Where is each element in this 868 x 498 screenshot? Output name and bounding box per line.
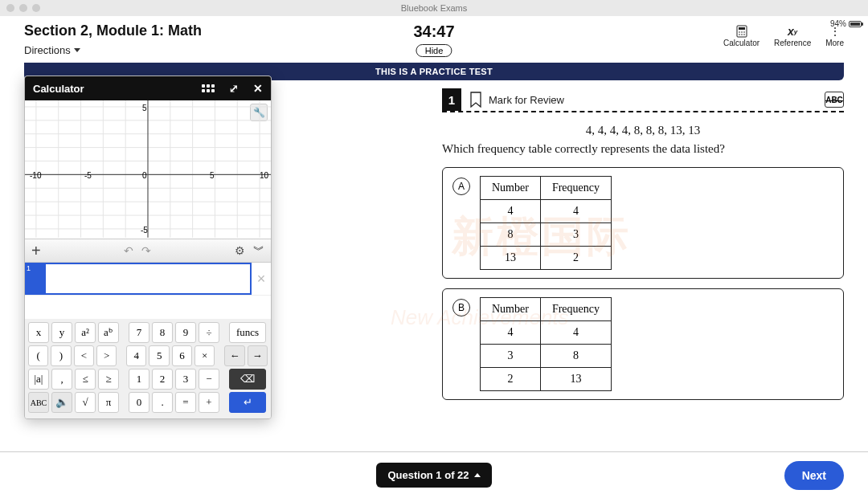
key-abs[interactable]: |a| — [28, 369, 49, 390]
close-icon[interactable]: ✕ — [253, 82, 263, 95]
key-right[interactable]: → — [248, 345, 268, 366]
calculator-graph[interactable]: 🔧 -10 -5 0 5 10 5 -5 — [25, 100, 271, 239]
svg-point-3 — [741, 31, 743, 33]
key-9[interactable]: 9 — [175, 322, 196, 343]
reference-icon: xy — [774, 24, 811, 39]
choice-a[interactable]: A NumberFrequency 44 83 132 — [442, 167, 844, 279]
timer: 34:47 — [413, 22, 454, 41]
svg-point-5 — [739, 34, 740, 35]
hide-timer-button[interactable]: Hide — [416, 44, 452, 57]
window-titlebar: Bluebook Exams — [0, 0, 868, 16]
calculator-panel[interactable]: Calculator ⤢ ✕ 🔧 -10 -5 0 5 — [24, 76, 272, 419]
directions-toggle[interactable]: Directions — [24, 44, 723, 56]
key-backspace[interactable]: ⌫ — [229, 369, 266, 390]
svg-point-7 — [743, 34, 745, 35]
key-lt[interactable]: < — [74, 345, 94, 366]
more-icon: ⋮ — [825, 24, 844, 39]
strikethrough-tool[interactable]: ABC — [825, 92, 844, 108]
key-sound[interactable]: 🔈 — [51, 392, 72, 413]
frequency-table-a: NumberFrequency 44 83 132 — [480, 176, 612, 270]
key-ge[interactable]: ≥ — [98, 369, 119, 390]
svg-point-2 — [739, 31, 740, 33]
gear-icon[interactable]: ⚙ — [235, 244, 245, 257]
frequency-table-b: NumberFrequency 44 38 213 — [480, 297, 612, 391]
key-sqrt[interactable]: √ — [75, 392, 96, 413]
key-div[interactable]: ÷ — [199, 322, 219, 343]
key-y[interactable]: y — [51, 322, 72, 343]
key-2[interactable]: 2 — [152, 369, 173, 390]
bookmark-icon[interactable] — [469, 92, 482, 108]
expand-icon[interactable]: ⤢ — [229, 82, 239, 95]
section-title: Section 2, Module 1: Math — [24, 22, 723, 39]
choice-bubble: A — [452, 178, 470, 195]
footer: Question 1 of 22 Next — [0, 451, 868, 498]
key-abc[interactable]: ABC — [28, 392, 49, 413]
traffic-lights — [6, 4, 40, 12]
collapse-icon[interactable]: ︾ — [253, 243, 264, 258]
drag-handle-icon[interactable] — [202, 84, 215, 92]
calculator-icon — [723, 24, 760, 39]
key-4[interactable]: 4 — [126, 345, 146, 366]
key-6[interactable]: 6 — [172, 345, 192, 366]
redo-icon[interactable]: ↷ — [141, 244, 151, 257]
key-7[interactable]: 7 — [129, 322, 149, 343]
key-plus[interactable]: + — [199, 392, 219, 413]
mark-for-review[interactable]: Mark for Review — [489, 94, 564, 106]
key-comma[interactable]: , — [51, 369, 72, 390]
key-3[interactable]: 3 — [175, 369, 196, 390]
chevron-up-icon — [474, 473, 481, 477]
key-dot[interactable]: . — [152, 392, 173, 413]
svg-point-4 — [743, 31, 745, 33]
key-le[interactable]: ≤ — [75, 369, 96, 390]
key-minus[interactable]: − — [199, 369, 219, 390]
key-1[interactable]: 1 — [129, 369, 149, 390]
key-lparen[interactable]: ( — [28, 345, 48, 366]
question-number: 1 — [442, 88, 461, 111]
calculator-keypad: x y a² aᵇ 7 8 9 ÷ funcs ( ) < > — [25, 319, 271, 418]
window-title: Bluebook Exams — [401, 3, 468, 13]
key-a2[interactable]: a² — [75, 322, 96, 343]
undo-icon[interactable]: ↶ — [124, 244, 133, 257]
more-tool[interactable]: ⋮ More — [825, 24, 844, 47]
key-left[interactable]: ← — [224, 345, 244, 366]
question-prompt: Which frequency table correctly represen… — [442, 142, 844, 156]
svg-rect-1 — [739, 27, 745, 30]
calculator-tool[interactable]: Calculator — [723, 24, 760, 47]
question-pane: 1 Mark for Review ABC 4, 4, 4, 4, 8, 8, … — [434, 80, 844, 451]
expression-row[interactable]: 1× — [25, 263, 271, 295]
svg-point-6 — [741, 34, 743, 35]
question-nav[interactable]: Question 1 of 22 — [376, 463, 491, 488]
key-enter[interactable]: ↵ — [229, 392, 266, 413]
calculator-toolbar: + ↶ ↷ ⚙ ︾ — [25, 239, 271, 263]
add-expression-button[interactable]: + — [31, 242, 41, 260]
question-data: 4, 4, 4, 4, 8, 8, 8, 13, 13 — [442, 124, 844, 137]
key-5[interactable]: 5 — [149, 345, 169, 366]
key-pi[interactable]: π — [98, 392, 119, 413]
key-rparen[interactable]: ) — [51, 345, 71, 366]
exam-header: Section 2, Module 1: Math Directions 34:… — [0, 16, 868, 63]
choice-b[interactable]: B NumberFrequency 44 38 213 — [442, 288, 844, 400]
key-x[interactable]: x — [28, 322, 49, 343]
key-gt[interactable]: > — [96, 345, 117, 366]
expression-input[interactable] — [44, 263, 252, 295]
key-ab[interactable]: aᵇ — [98, 322, 119, 343]
key-mul[interactable]: × — [194, 345, 215, 366]
key-8[interactable]: 8 — [152, 322, 173, 343]
reference-tool[interactable]: xy Reference — [774, 24, 811, 47]
choice-bubble: B — [452, 299, 470, 316]
key-eq[interactable]: = — [175, 392, 196, 413]
next-button[interactable]: Next — [784, 461, 844, 490]
calculator-titlebar[interactable]: Calculator ⤢ ✕ — [25, 76, 271, 100]
key-0[interactable]: 0 — [129, 392, 149, 413]
clear-expression-icon[interactable]: × — [252, 263, 271, 295]
chevron-down-icon — [74, 48, 80, 52]
key-funcs[interactable]: funcs — [229, 322, 266, 343]
